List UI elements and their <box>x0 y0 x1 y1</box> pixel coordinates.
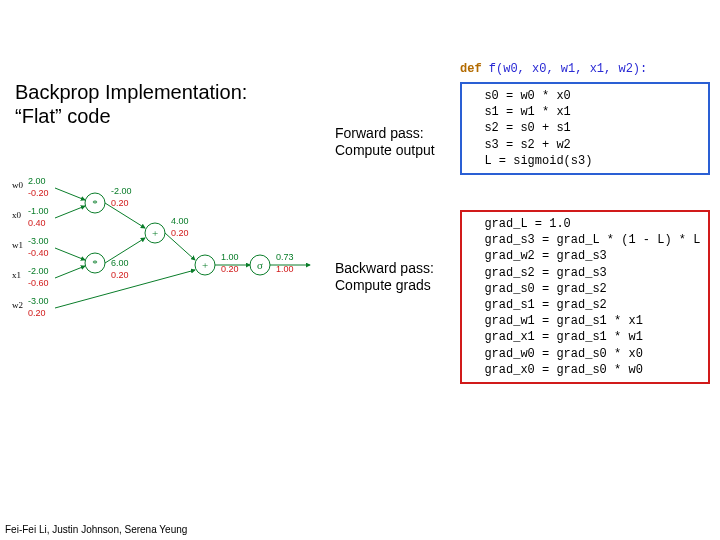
code-line: s1 = w1 * x1 <box>470 104 700 120</box>
var-w2: w2 <box>12 300 23 310</box>
slide-attribution: Fei-Fei Li, Justin Johnson, Serena Yeung <box>5 524 187 535</box>
val-w0: 2.00 <box>28 176 46 186</box>
forward-pass-label: Forward pass: Compute output <box>335 125 435 159</box>
function-signature: def f(w0, x0, w1, x1, w2): <box>460 62 647 76</box>
val-w1: -3.00 <box>28 236 49 246</box>
grad-w2: 0.20 <box>28 308 46 318</box>
backward-label-l2: Compute grads <box>335 277 431 293</box>
code-line: s0 = w0 * x0 <box>470 88 700 104</box>
forward-code-block: s0 = w0 * x0 s1 = w1 * x1 s2 = s0 + s1 s… <box>460 82 710 175</box>
val-w2: -3.00 <box>28 296 49 306</box>
code-line: grad_s1 = grad_s2 <box>470 297 700 313</box>
edge-bot-0: 0.20 <box>111 198 129 208</box>
val-x1: -2.00 <box>28 266 49 276</box>
backward-pass-label: Backward pass: Compute grads <box>335 260 434 294</box>
svg-line-2 <box>55 248 85 260</box>
code-line: grad_s3 = grad_L * (1 - L) * L <box>470 232 700 248</box>
grad-x0: 0.40 <box>28 218 46 228</box>
signature-rest: f(w0, x0, w1, x1, w2): <box>482 62 648 76</box>
code-line: grad_s0 = grad_s2 <box>470 281 700 297</box>
edge-top-0: -2.00 <box>111 186 132 196</box>
svg-line-1 <box>55 206 85 218</box>
title-line-1: Backprop Implementation: <box>15 81 247 103</box>
forward-label-l1: Forward pass: <box>335 125 424 141</box>
op-mul-0: * <box>92 197 98 209</box>
var-w0: w0 <box>12 180 23 190</box>
edge-top-1: 6.00 <box>111 258 129 268</box>
computation-graph: w0 2.00 -0.20 x0 -1.00 0.40 w1 -3.00 -0.… <box>10 170 320 340</box>
forward-label-l2: Compute output <box>335 142 435 158</box>
code-line: grad_L = 1.0 <box>470 216 700 232</box>
edge-bot-2: 0.20 <box>171 228 189 238</box>
def-keyword: def <box>460 62 482 76</box>
grad-w0: -0.20 <box>28 188 49 198</box>
svg-line-0 <box>55 188 85 200</box>
svg-line-3 <box>55 266 85 278</box>
code-line: grad_x0 = grad_s0 * w0 <box>470 362 700 378</box>
code-line: grad_x1 = grad_s1 * w1 <box>470 329 700 345</box>
op-sigmoid: σ <box>257 259 263 271</box>
code-line: grad_s2 = grad_s3 <box>470 265 700 281</box>
edge-top-4: 0.73 <box>276 252 294 262</box>
edge-top-2: 4.00 <box>171 216 189 226</box>
op-add-1: + <box>202 259 208 271</box>
code-line: L = sigmoid(s3) <box>470 153 700 169</box>
slide-title: Backprop Implementation: “Flat” code <box>15 80 247 128</box>
var-w1: w1 <box>12 240 23 250</box>
edge-top-3: 1.00 <box>221 252 239 262</box>
grad-x1: -0.60 <box>28 278 49 288</box>
op-add-0: + <box>152 227 158 239</box>
grad-w1: -0.40 <box>28 248 49 258</box>
code-line: s2 = s0 + s1 <box>470 120 700 136</box>
code-line: grad_w2 = grad_s3 <box>470 248 700 264</box>
code-line: grad_w0 = grad_s0 * x0 <box>470 346 700 362</box>
var-x0: x0 <box>12 210 22 220</box>
backward-label-l1: Backward pass: <box>335 260 434 276</box>
code-line: grad_w1 = grad_s1 * x1 <box>470 313 700 329</box>
backward-code-block: grad_L = 1.0 grad_s3 = grad_L * (1 - L) … <box>460 210 710 384</box>
title-line-2: “Flat” code <box>15 105 111 127</box>
val-x0: -1.00 <box>28 206 49 216</box>
op-mul-1: * <box>92 257 98 269</box>
code-line: s3 = s2 + w2 <box>470 137 700 153</box>
var-x1: x1 <box>12 270 21 280</box>
edge-bot-1: 0.20 <box>111 270 129 280</box>
